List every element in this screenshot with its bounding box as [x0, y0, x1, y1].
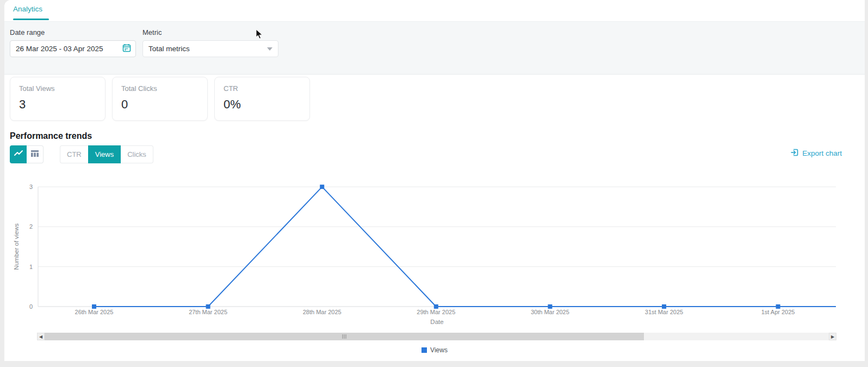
stat-value: 0%: [224, 97, 301, 112]
stat-label: Total Views: [19, 84, 96, 93]
svg-text:31st Mar 2025: 31st Mar 2025: [645, 309, 683, 315]
stat-card-ctr: CTR 0%: [214, 77, 310, 121]
svg-text:26th Mar 2025: 26th Mar 2025: [75, 309, 114, 315]
scroll-right-arrow-icon[interactable]: ▶: [829, 333, 836, 340]
svg-text:28th Mar 2025: 28th Mar 2025: [303, 309, 342, 315]
scrollbar-grip-icon: [343, 334, 346, 339]
stat-label: Total Clicks: [121, 84, 199, 93]
line-chart-view-button[interactable]: [10, 145, 27, 163]
svg-text:2: 2: [29, 223, 33, 230]
tab-analytics[interactable]: Analytics: [13, 5, 42, 13]
chart-controls: CTR Views Clicks Export chart: [4, 145, 865, 164]
svg-text:27th Mar 2025: 27th Mar 2025: [189, 309, 227, 315]
stat-cards: Total Views 3 Total Clicks 0 CTR 0%: [10, 77, 310, 121]
metric-segmented-control: CTR Views Clicks: [60, 145, 153, 163]
performance-chart: 012326th Mar 202527th Mar 202528th Mar 2…: [4, 173, 865, 331]
stat-label: CTR: [224, 84, 301, 93]
svg-text:30th Mar 2025: 30th Mar 2025: [531, 309, 569, 315]
performance-trends-title: Performance trends: [10, 131, 92, 141]
filters-section: Date range 26 Mar 2025 - 03 Apr 2025 Met…: [4, 22, 865, 75]
chart-horizontal-scrollbar[interactable]: ◀ ▶: [37, 333, 836, 340]
tab-views[interactable]: Views: [88, 145, 121, 163]
legend-views-label: Views: [430, 346, 448, 354]
legend-views-swatch: [421, 347, 427, 353]
chart-type-toggle: [10, 145, 44, 163]
stat-value: 3: [19, 97, 96, 112]
export-chart-button[interactable]: Export chart: [790, 148, 842, 158]
svg-text:0: 0: [29, 303, 33, 310]
metric-dropdown[interactable]: Total metrics: [142, 40, 278, 57]
scroll-left-arrow-icon[interactable]: ◀: [37, 333, 45, 340]
scrollbar-thumb[interactable]: [45, 333, 644, 340]
chart-legend[interactable]: Views: [4, 346, 865, 354]
analytics-panel: Analytics Date range 26 Mar 2025 - 03 Ap…: [4, 0, 865, 361]
chevron-down-icon: [267, 47, 272, 51]
stat-value: 0: [121, 97, 199, 112]
table-view-button[interactable]: [27, 145, 44, 163]
export-icon: [790, 148, 799, 158]
table-icon: [30, 150, 39, 160]
tab-active-underline: [13, 19, 49, 20]
date-range-input[interactable]: 26 Mar 2025 - 03 Apr 2025: [10, 40, 136, 57]
svg-text:1st Apr 2025: 1st Apr 2025: [761, 309, 795, 315]
tab-bar: Analytics: [4, 0, 865, 22]
svg-text:29th Mar 2025: 29th Mar 2025: [417, 309, 455, 315]
line-chart-icon: [14, 150, 23, 160]
scrollbar-track[interactable]: [644, 333, 829, 340]
calendar-icon[interactable]: [122, 44, 131, 54]
stat-card-total-views: Total Views 3: [10, 77, 106, 121]
svg-text:1: 1: [29, 264, 33, 270]
stat-card-total-clicks: Total Clicks 0: [112, 77, 208, 121]
svg-text:3: 3: [29, 184, 33, 190]
date-range-label: Date range: [10, 28, 45, 36]
metric-selected-value: Total metrics: [148, 45, 267, 53]
tab-clicks[interactable]: Clicks: [121, 145, 153, 163]
metric-label: Metric: [142, 28, 162, 36]
svg-text:Number of views: Number of views: [13, 223, 20, 270]
date-range-value: 26 Mar 2025 - 03 Apr 2025: [16, 45, 122, 53]
tab-ctr[interactable]: CTR: [60, 145, 88, 163]
export-chart-label: Export chart: [802, 149, 842, 157]
svg-text:Date: Date: [430, 319, 443, 325]
